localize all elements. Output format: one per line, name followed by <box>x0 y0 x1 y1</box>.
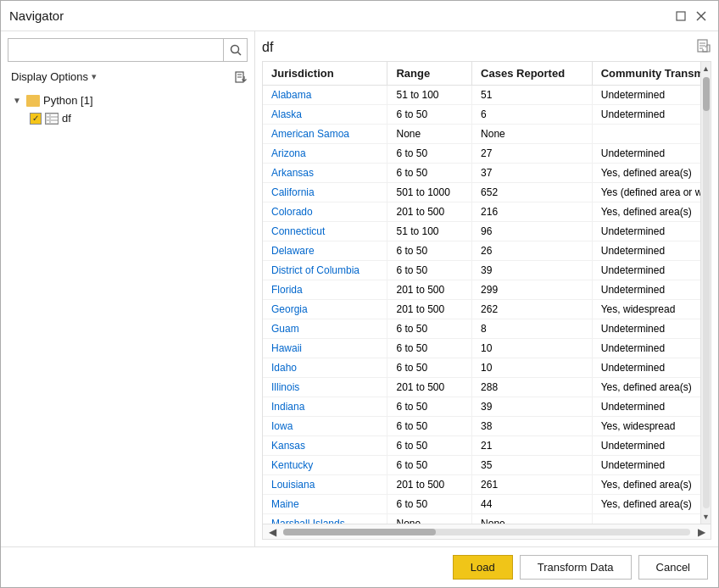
table-cell-col0: Alaska <box>263 105 387 125</box>
table-row: Kansas6 to 5021Undetermined <box>263 436 700 456</box>
table-cell-col0: Guam <box>263 319 387 339</box>
table-cell-col3: Yes, defined area(s) <box>592 475 700 495</box>
table-cell-col1: None <box>387 514 472 524</box>
chevron-down-icon: ▾ <box>92 71 97 82</box>
dialog-title: Navigator <box>9 8 64 23</box>
scroll-up-button[interactable]: ▲ <box>701 62 711 75</box>
hscroll-thumb[interactable] <box>283 529 436 535</box>
table-cell-col0: Kentucky <box>263 456 387 475</box>
svg-point-3 <box>231 46 238 53</box>
folder-icon <box>26 95 40 107</box>
scroll-down-button[interactable]: ▼ <box>701 510 711 524</box>
tree-group: ▼ Python [1] ✓ df <box>11 92 248 127</box>
display-options-button[interactable]: Display Options ▾ <box>8 69 100 85</box>
table-cell-col2: 10 <box>472 358 593 378</box>
table-cell-col1: 6 to 50 <box>387 456 472 475</box>
tree-child-checkbox[interactable]: ✓ <box>30 113 42 125</box>
right-panel: df <box>255 31 718 546</box>
search-button[interactable] <box>223 39 247 61</box>
table-inner[interactable]: Jurisdiction Range Cases Reported Commun… <box>263 62 700 524</box>
table-cell-col0: American Samoa <box>263 125 387 144</box>
table-cell-col2: 288 <box>472 378 593 397</box>
table-cell-col2: None <box>472 125 593 144</box>
table-cell-col0: Alabama <box>263 86 387 105</box>
table-cell-col3: Yes, widespread <box>592 417 700 436</box>
table-cell-col3 <box>592 514 700 524</box>
content-area: Display Options ▾ ▼ <box>1 31 718 546</box>
table-cell-col1: 6 to 50 <box>387 144 472 164</box>
table-cell-col1: 201 to 500 <box>387 202 472 222</box>
vscroll-thumb[interactable] <box>703 77 710 111</box>
table-cell-col0: Idaho <box>263 358 387 378</box>
svg-line-4 <box>237 53 241 56</box>
table-scroll-area[interactable]: Jurisdiction Range Cases Reported Commun… <box>263 62 711 524</box>
vertical-scrollbar[interactable]: ▲ ▼ <box>700 62 711 524</box>
table-cell-col3: Undetermined <box>592 86 700 105</box>
col-cases: Cases Reported <box>472 62 593 86</box>
table-cell-col1: 201 to 500 <box>387 475 472 495</box>
table-cell-col1: 6 to 50 <box>387 436 472 456</box>
table-cell-col3: Yes, defined area(s) <box>592 495 700 514</box>
left-panel: Display Options ▾ ▼ <box>1 31 255 546</box>
table-cell-col3: Undetermined <box>592 241 700 261</box>
table-cell-col2: 6 <box>472 105 593 125</box>
table-cell-col2: 44 <box>472 495 593 514</box>
table-cell-col1: 6 to 50 <box>387 417 472 436</box>
table-row: Guam6 to 508Undetermined <box>263 319 700 339</box>
table-cell-col3: Undetermined <box>592 280 700 300</box>
table-body: Alabama51 to 10051UndeterminedAlaska6 to… <box>263 86 700 524</box>
table-cell-col0: Arkansas <box>263 164 387 183</box>
table-row: Connecticut51 to 10096Undetermined <box>263 222 700 241</box>
table-cell-col3: Undetermined <box>592 222 700 241</box>
table-row: Louisiana201 to 500261Yes, defined area(… <box>263 475 700 495</box>
table-row: Arizona6 to 5027Undetermined <box>263 144 700 164</box>
scroll-left-button[interactable]: ◀ <box>265 524 280 540</box>
cancel-button[interactable]: Cancel <box>638 555 708 580</box>
display-options-row: Display Options ▾ <box>8 69 248 85</box>
hscroll-track <box>283 529 690 535</box>
table-cell-col2: 10 <box>472 339 593 358</box>
tree-root-node[interactable]: ▼ Python [1] <box>11 92 248 109</box>
table-cell-col0: Kansas <box>263 436 387 456</box>
table-cell-col1: 501 to 1000 <box>387 183 472 202</box>
table-cell-col3: Yes, defined area(s) <box>592 202 700 222</box>
table-cell-col3: Yes, defined area(s) <box>592 378 700 397</box>
horizontal-scrollbar[interactable]: ◀ ▶ <box>263 524 711 539</box>
tree-child-node[interactable]: ✓ df <box>28 109 248 127</box>
table-cell-col1: 6 to 50 <box>387 319 472 339</box>
table-cell-col1: 6 to 50 <box>387 241 472 261</box>
search-bar <box>8 38 248 62</box>
restore-button[interactable] <box>672 8 689 25</box>
display-options-label: Display Options <box>11 70 88 83</box>
table-cell-col3 <box>592 125 700 144</box>
table-cell-col3: Undetermined <box>592 105 700 125</box>
tree-expand-arrow: ▼ <box>13 96 23 105</box>
table-cell-col0: Louisiana <box>263 475 387 495</box>
table-row: Colorado201 to 500216Yes, defined area(s… <box>263 202 700 222</box>
table-cell-col1: 6 to 50 <box>387 397 472 417</box>
scroll-right-button[interactable]: ▶ <box>694 524 709 540</box>
table-cell-col1: 51 to 100 <box>387 86 472 105</box>
table-cell-col0: Iowa <box>263 417 387 436</box>
table-cell-col1: 6 to 50 <box>387 339 472 358</box>
load-button[interactable]: Load <box>453 555 513 580</box>
transform-data-button[interactable]: Transform Data <box>520 555 632 580</box>
search-input[interactable] <box>8 41 223 60</box>
footer: Load Transform Data Cancel <box>1 546 718 587</box>
table-row: Iowa6 to 5038Yes, widespread <box>263 417 700 436</box>
table-cell-col3: Yes (defined area or wid <box>592 183 700 202</box>
preview-export-button[interactable] <box>696 38 711 56</box>
preview-title: df <box>262 40 273 55</box>
table-cell-col1: 6 to 50 <box>387 261 472 280</box>
data-table: Jurisdiction Range Cases Reported Commun… <box>263 62 700 524</box>
table-cell-col3: Undetermined <box>592 339 700 358</box>
table-cell-col2: 21 <box>472 436 593 456</box>
table-cell-col2: 261 <box>472 475 593 495</box>
close-button[interactable] <box>693 8 710 25</box>
col-transmission: Community Transmission <box>592 62 700 86</box>
table-row: District of Columbia6 to 5039Undetermine… <box>263 261 700 280</box>
import-icon-button[interactable] <box>234 70 248 84</box>
table-cell-col3: Undetermined <box>592 397 700 417</box>
table-cell-col1: 6 to 50 <box>387 105 472 125</box>
table-row: Alabama51 to 10051Undetermined <box>263 86 700 105</box>
